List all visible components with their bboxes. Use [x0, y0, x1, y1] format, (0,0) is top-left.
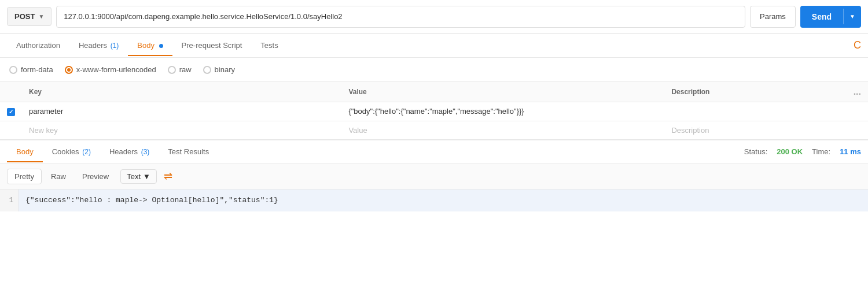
params-table: Key Value Description ... parameter {"bo…	[0, 82, 868, 140]
new-row-value-cell[interactable]: Value	[341, 121, 664, 139]
line-number-1: 1	[5, 194, 13, 207]
top-bar: POST ▼ Params Send ▼	[0, 0, 868, 34]
col-value-header: Value	[341, 82, 664, 102]
view-raw-button[interactable]: Raw	[44, 169, 73, 184]
format-select[interactable]: Text ▼	[120, 169, 157, 184]
format-chevron-icon: ▼	[143, 172, 150, 181]
response-tab-headers[interactable]: Headers (3)	[100, 142, 159, 162]
radio-urlencoded-circle	[65, 66, 73, 74]
response-code-area: 1 {"success":"hello : maple-> Optional[h…	[0, 189, 868, 211]
tab-pre-request-script[interactable]: Pre-request Script	[172, 35, 252, 55]
col-actions-header: ...	[834, 82, 868, 102]
headers-response-badge: (3)	[141, 148, 150, 156]
response-toolbar: Pretty Raw Preview Text ▼ ⇌	[0, 164, 868, 189]
line-numbers: 1	[0, 189, 19, 211]
new-row: New key Value Description	[0, 121, 868, 139]
tab-headers[interactable]: Headers (1)	[69, 35, 128, 55]
response-tab-test-results[interactable]: Test Results	[159, 142, 218, 162]
new-value-placeholder: Value	[348, 126, 367, 135]
new-row-checkbox-cell	[0, 121, 22, 139]
radio-binary[interactable]: binary	[203, 65, 235, 74]
row-description-cell[interactable]	[664, 102, 833, 121]
radio-form-data-label: form-data	[21, 65, 53, 74]
new-row-actions-cell	[834, 121, 868, 139]
tab-authorization[interactable]: Authorization	[7, 35, 69, 55]
tab-body[interactable]: Body	[128, 35, 172, 55]
col-checkbox-header	[0, 82, 22, 102]
params-button[interactable]: Params	[750, 6, 796, 28]
status-value: 200 OK	[777, 147, 803, 156]
body-dot-indicator	[159, 44, 163, 48]
response-status-area: Status: 200 OK Time: 11 ms	[744, 147, 861, 156]
row-actions-cell	[834, 102, 868, 121]
method-dropdown[interactable]: POST ▼	[7, 7, 52, 26]
response-tab-body[interactable]: Body	[7, 142, 43, 162]
send-button[interactable]: Send	[800, 8, 843, 26]
url-input[interactable]	[56, 6, 745, 28]
method-chevron-icon: ▼	[38, 13, 44, 20]
send-btn-group: Send ▼	[800, 6, 861, 28]
view-preview-button[interactable]: Preview	[75, 169, 116, 184]
status-label: Status:	[744, 147, 767, 156]
row-key-cell[interactable]: parameter	[22, 102, 341, 121]
table-actions-menu[interactable]: ...	[854, 87, 861, 96]
body-type-row: form-data x-www-form-urlencoded raw bina…	[0, 58, 868, 82]
radio-raw-label: raw	[179, 65, 192, 74]
radio-binary-label: binary	[215, 65, 235, 74]
radio-raw[interactable]: raw	[168, 65, 192, 74]
new-description-placeholder: Description	[671, 126, 709, 135]
row-checkbox[interactable]	[7, 108, 15, 116]
tab-tests[interactable]: Tests	[251, 35, 287, 55]
col-key-header: Key	[22, 82, 341, 102]
radio-raw-circle	[168, 66, 176, 74]
response-body-content[interactable]: {"success":"hello : maple-> Optional[hel…	[19, 189, 868, 211]
send-chevron-icon[interactable]: ▼	[843, 9, 861, 24]
format-label: Text	[127, 172, 141, 181]
time-label: Time:	[812, 147, 830, 156]
radio-urlencoded[interactable]: x-www-form-urlencoded	[65, 65, 156, 74]
row-value-cell[interactable]: {"body":{"hello":{"name":"maple","messag…	[341, 102, 664, 121]
request-tabs-row: Authorization Headers (1) Body Pre-reque…	[0, 34, 868, 58]
new-row-key-cell[interactable]: New key	[22, 121, 341, 139]
table-row: parameter {"body":{"hello":{"name":"mapl…	[0, 102, 868, 121]
radio-urlencoded-label: x-www-form-urlencoded	[76, 65, 156, 74]
radio-form-data-circle	[9, 66, 17, 74]
row-checkbox-cell[interactable]	[0, 102, 22, 121]
view-pretty-button[interactable]: Pretty	[7, 169, 42, 184]
wrap-icon[interactable]: ⇌	[164, 170, 172, 183]
method-label: POST	[14, 12, 35, 21]
radio-binary-circle	[203, 66, 211, 74]
new-row-description-cell[interactable]: Description	[664, 121, 833, 139]
headers-badge: (1)	[111, 42, 119, 50]
right-tab-indicator: C	[854, 39, 861, 51]
response-tabs-row: Body Cookies (2) Headers (3) Test Result…	[0, 140, 868, 164]
cookies-badge: (2)	[82, 148, 91, 156]
response-tab-cookies[interactable]: Cookies (2)	[43, 142, 100, 162]
radio-form-data[interactable]: form-data	[9, 65, 53, 74]
col-description-header: Description	[664, 82, 833, 102]
new-key-placeholder: New key	[29, 126, 58, 135]
time-value: 11 ms	[840, 147, 861, 156]
